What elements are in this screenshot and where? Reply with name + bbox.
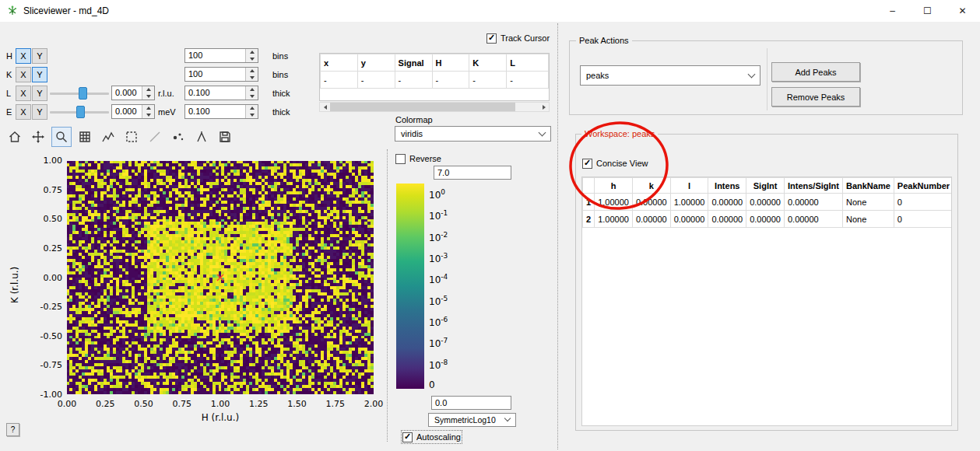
l-unit-label: r.l.u. — [158, 89, 174, 98]
peaks-cell[interactable]: 0.00000 — [632, 194, 670, 211]
peaks-col-header[interactable]: h — [595, 178, 633, 194]
spin-up-icon — [246, 105, 258, 112]
dim-k-x-button[interactable]: X — [16, 67, 31, 82]
dim-e-y-button[interactable]: Y — [32, 104, 47, 120]
peaks-cell[interactable]: 0 — [894, 194, 952, 211]
scroll-right-icon[interactable] — [539, 103, 549, 111]
pan-icon[interactable] — [28, 127, 48, 147]
peaks-row[interactable]: 21.000000.000000.000000.000000.000000.00… — [583, 211, 953, 228]
remove-peaks-button[interactable]: Remove Peaks — [771, 87, 860, 107]
checkbox-box[interactable] — [402, 432, 413, 442]
peaks-col-header[interactable]: l — [670, 178, 708, 194]
spin-down-icon — [142, 112, 154, 119]
peaks-corner — [583, 178, 595, 194]
peaks-cell[interactable]: 1.00000 — [595, 211, 633, 228]
dim-l-y-button[interactable]: Y — [32, 86, 47, 101]
spin-up-icon — [142, 86, 154, 93]
markers-icon[interactable] — [168, 127, 188, 147]
help-button[interactable]: ? — [6, 423, 19, 436]
e-value-spinbox[interactable]: 0.000 — [111, 104, 155, 119]
y-axis-label: K (r.l.u.) — [9, 267, 20, 303]
peaks-cell[interactable]: 0 — [894, 211, 952, 228]
peaks-col-header[interactable]: BankName — [842, 178, 894, 194]
e-slider-handle[interactable] — [76, 106, 85, 118]
colormap-combobox[interactable]: viridis — [395, 126, 551, 142]
main-splitter[interactable] — [557, 23, 558, 449]
peaks-col-header[interactable]: SigInt — [746, 178, 785, 194]
spin-down-icon — [246, 56, 258, 63]
region-of-interest-icon[interactable] — [121, 127, 142, 147]
peaks-cell[interactable]: 0.00000 — [784, 194, 842, 211]
spin-down-icon — [246, 93, 258, 100]
e-thick-spinbox[interactable]: 0.100 — [184, 104, 258, 119]
add-peaks-button[interactable]: Add Peaks — [771, 62, 860, 82]
cursor-table-scrollbar[interactable] — [319, 102, 550, 112]
cursor-cell: - — [357, 72, 395, 89]
peaks-cell[interactable]: None — [842, 194, 894, 211]
l-slider-handle[interactable] — [79, 87, 87, 100]
scroll-left-icon[interactable] — [320, 103, 330, 111]
checkbox-box[interactable] — [395, 154, 406, 164]
chevron-down-icon — [539, 128, 546, 136]
save-icon[interactable] — [215, 127, 235, 147]
spin-down-icon — [246, 112, 258, 119]
peaks-col-header[interactable]: Intens — [708, 178, 746, 194]
peaks-row[interactable]: 11.000000.000001.000000.000000.000000.00… — [583, 194, 953, 211]
peaks-cell[interactable]: None — [842, 211, 894, 228]
k-bins-spinbox[interactable]: 100 — [184, 67, 258, 82]
cursor-col-L: L — [507, 54, 549, 72]
peaks-col-header[interactable]: k — [632, 178, 670, 194]
grid-icon[interactable] — [75, 127, 95, 147]
plot-colorbar-splitter[interactable] — [387, 149, 388, 442]
peaks-cell[interactable]: 0.00000 — [670, 211, 708, 228]
home-icon[interactable] — [5, 127, 25, 147]
non-orthogonal-view-icon[interactable] — [145, 127, 165, 147]
line-plots-icon[interactable] — [98, 127, 118, 147]
colorbar-max-input[interactable]: 7.0 — [434, 166, 511, 180]
reverse-checkbox[interactable]: Reverse — [395, 153, 441, 164]
x-tick-label: 1.00 — [205, 399, 236, 409]
l-thick-label: thick — [272, 89, 290, 98]
x-tick-label: 2.00 — [358, 399, 389, 409]
peaks-cell[interactable]: 0.00000 — [746, 194, 785, 211]
h-bins-spinbox[interactable]: 100 — [184, 48, 258, 63]
checkbox-box[interactable] — [486, 33, 497, 44]
peaks-cell[interactable]: 0.00000 — [708, 211, 746, 228]
minimize-button[interactable]: – — [875, 0, 910, 22]
peaks-cell[interactable]: 0.00000 — [784, 211, 842, 228]
l-slider[interactable] — [50, 86, 109, 101]
close-button[interactable]: ✕ — [945, 0, 980, 22]
peaks-row-header[interactable]: 1 — [583, 194, 595, 211]
peaks-cell[interactable]: 0.00000 — [632, 211, 670, 228]
peaks-row-header[interactable]: 2 — [583, 211, 595, 228]
peaks-workspace-combobox[interactable]: peaks — [580, 65, 760, 86]
maximize-button[interactable]: ☐ — [910, 0, 945, 22]
dim-h-x-button[interactable]: X — [16, 48, 31, 64]
colorbar-min-input[interactable]: 0.0 — [431, 396, 511, 410]
normalization-combobox[interactable]: SymmetricLog10 — [428, 413, 516, 427]
e-slider[interactable] — [50, 104, 109, 120]
colorbar[interactable] — [396, 184, 424, 389]
peaks-col-header[interactable]: Intens/SigInt — [784, 178, 842, 194]
track-cursor-checkbox[interactable]: Track Cursor — [486, 33, 550, 44]
slice-heatmap[interactable] — [67, 161, 374, 394]
concise-view-checkbox[interactable]: Concise View — [582, 158, 648, 169]
scroll-thumb[interactable] — [330, 103, 515, 111]
dim-e-x-button[interactable]: X — [16, 104, 31, 120]
peaks-col-header[interactable]: PeakNumber — [894, 178, 952, 194]
spin-down-icon — [142, 93, 154, 100]
peaks-cell[interactable]: 1.00000 — [670, 194, 708, 211]
peaks-cell[interactable]: 1.00000 — [595, 194, 633, 211]
l-value-spinbox[interactable]: 0.000 — [111, 86, 155, 100]
l-thick-spinbox[interactable]: 0.100 — [184, 86, 258, 100]
dim-k-y-button[interactable]: Y — [32, 67, 47, 82]
peaks-cell[interactable]: 0.00000 — [708, 194, 746, 211]
peaks-cell[interactable]: 0.00000 — [746, 211, 785, 228]
overlay-peaks-icon[interactable] — [191, 127, 212, 147]
checkbox-box[interactable] — [582, 159, 592, 169]
zoom-icon[interactable] — [51, 127, 72, 147]
autoscaling-checkbox[interactable]: Autoscaling — [402, 432, 461, 442]
dim-h-y-button[interactable]: Y — [32, 48, 47, 64]
dim-l-x-button[interactable]: X — [16, 86, 31, 101]
cursor-col-x: x — [321, 54, 358, 72]
